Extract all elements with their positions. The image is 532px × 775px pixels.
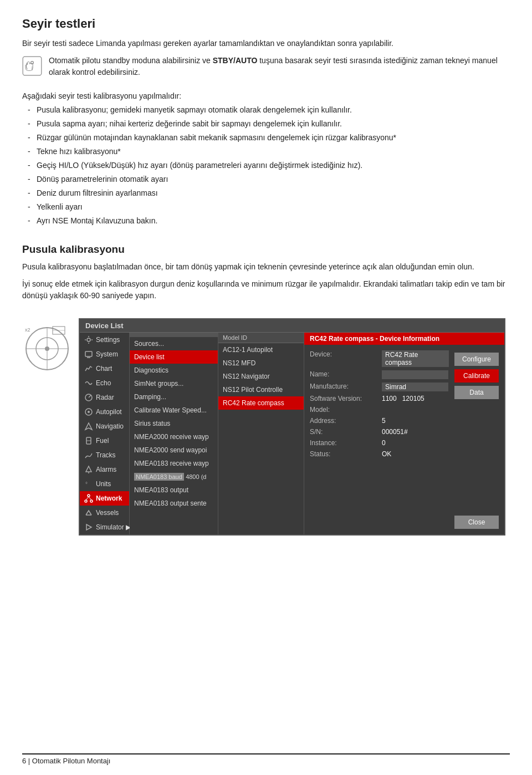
- submenu-item-simnet[interactable]: SimNet groups...: [130, 377, 218, 390]
- info-value-address: 5: [382, 417, 386, 425]
- submenu-item-nmea0183-recv[interactable]: NMEA0183 receive wayp: [130, 457, 218, 470]
- info-label: Device:: [310, 350, 382, 367]
- echo-icon: [84, 379, 93, 387]
- vessels-icon: [84, 508, 93, 517]
- note-text: Otomatik pilotu standby moduna alabilirs…: [49, 55, 510, 78]
- info-value-device: RC42 Rate compass: [382, 350, 449, 367]
- sidebar-item-navigation[interactable]: Navigatio: [80, 419, 129, 434]
- info-row-status: Status: OK: [310, 450, 449, 458]
- info-row-sw: Software Version: 1100 120105: [310, 395, 449, 402]
- submenu-item-nmea2000-recv[interactable]: NMEA2000 receive wayp: [130, 430, 218, 443]
- device-item-rc42[interactable]: RC42 Rate compass: [218, 396, 304, 410]
- submenu-item-nmea2000-send[interactable]: NMEA2000 send waypoi: [130, 443, 218, 457]
- svg-text:°: °: [85, 481, 88, 487]
- data-button[interactable]: Data: [454, 386, 499, 399]
- page-footer: 6 | Otomatik Pilotun Montajı: [22, 753, 510, 765]
- list-item: Deniz durum filtresinin ayarlanması: [28, 187, 510, 199]
- sidebar-item-network[interactable]: Network: [80, 491, 129, 506]
- list-item: Pusula kalibrasyonu; gemideki manyetik s…: [28, 104, 510, 116]
- list-item: Yelkenli ayarı: [28, 201, 510, 213]
- info-label: Manufacture:: [310, 383, 382, 391]
- sidebar-item-chart[interactable]: Chart: [80, 361, 129, 376]
- settings-icon: [84, 335, 93, 344]
- device-list-header: Model ID: [218, 333, 304, 343]
- list-item: Rüzgar gülünün motajından kaynaklanan sa…: [28, 132, 510, 144]
- intro-para-1: Bir seyir testi sadece Limanda yapılması…: [22, 38, 510, 49]
- sidebar-item-fuel[interactable]: Fuel: [80, 434, 129, 448]
- section2-title: Pusula kalibrasyonu: [22, 243, 510, 256]
- alarms-icon: [84, 465, 93, 474]
- submenu-item-sources[interactable]: Sources...: [130, 337, 218, 350]
- device-item-ns12pilot[interactable]: NS12 Pilot Controlle: [218, 383, 304, 396]
- radar-icon: [84, 393, 93, 402]
- device-list: Model ID AC12-1 Autopilot NS12 MFD NS12 …: [218, 333, 304, 534]
- sidebar-item-alarms[interactable]: Alarms: [80, 462, 129, 477]
- info-row-instance: Instance: 0: [310, 439, 449, 447]
- fuel-icon: [84, 436, 93, 445]
- close-button[interactable]: Close: [454, 516, 499, 529]
- submenu-item-damping[interactable]: Damping...: [130, 390, 218, 404]
- sidebar-label: Alarms: [96, 466, 116, 473]
- device-item-ac12[interactable]: AC12-1 Autopilot: [218, 343, 304, 356]
- chart-icon: [84, 364, 93, 373]
- svg-point-20: [88, 472, 89, 473]
- device-info-panel: RC42 Rate compass - Device Information D…: [304, 333, 504, 534]
- sidebar-item-echo[interactable]: Echo: [80, 376, 129, 390]
- sidebar-item-radar[interactable]: Radar: [80, 390, 129, 405]
- submenu-item-sirius[interactable]: Sirius status: [130, 417, 218, 430]
- section2-para2: İyi sonuç elde etmek için kalibrasyon du…: [22, 278, 510, 302]
- right-panels: Model ID AC12-1 Autopilot NS12 MFD NS12 …: [218, 333, 504, 534]
- tracks-icon: [84, 451, 93, 460]
- sidebar-label: Chart: [96, 365, 112, 373]
- sidebar-item-vessels[interactable]: Vessels: [80, 506, 129, 520]
- info-label: Status:: [310, 450, 382, 458]
- submenu-item-nmea0183-baud[interactable]: NMEA0183 baud 4800 (d: [130, 470, 218, 483]
- submenu-panel-title: [130, 333, 218, 337]
- configure-button[interactable]: Configure: [454, 353, 499, 366]
- sidebar-item-tracks[interactable]: Tracks: [80, 448, 129, 462]
- device-and-info: Model ID AC12-1 Autopilot NS12 MFD NS12 …: [218, 333, 504, 534]
- svg-line-15: [89, 395, 91, 397]
- device-info-title: RC42 Rate compass - Device Information: [304, 333, 504, 345]
- svg-point-24: [90, 500, 93, 502]
- sidebar-item-autopilot[interactable]: Autopilot: [80, 405, 129, 419]
- device-info-content: Device: RC42 Rate compass Name: Manufact…: [304, 345, 504, 534]
- list-item: Ayrı NSE Montaj Kılavuzuna bakın.: [28, 215, 510, 227]
- list-item: Geçiş HI/LO (Yüksek/Düşük) hız ayarı (dö…: [28, 160, 510, 171]
- network-icon: [84, 494, 93, 503]
- info-row-sn: S/N: 000051#: [310, 428, 449, 436]
- submenu-item-diagnostics[interactable]: Diagnostics: [130, 364, 218, 377]
- device-item-ns12nav[interactable]: NS12 Navigator: [218, 370, 304, 383]
- list-intro: Aşağıdaki seyir testi kalibrasyonu yapıl…: [22, 90, 510, 102]
- info-label: Model:: [310, 406, 382, 414]
- list-item: Pusula sapma ayarı; nihai kerteriz değer…: [28, 118, 510, 130]
- submenu-panel: Sources... Device list Diagnostics SimNe…: [130, 333, 218, 534]
- note-content: Otomatik pilotu standby moduna alabilirs…: [49, 56, 498, 77]
- submenu-item-calibrate-water[interactable]: Calibrate Water Speed...: [130, 404, 218, 417]
- sidebar-item-settings[interactable]: Settings: [80, 333, 129, 347]
- info-row-name: Name:: [310, 370, 449, 379]
- note-box: i Otomatik pilotu standby moduna alabili…: [22, 55, 510, 84]
- ui-panel: Device List Settings System Chart: [79, 318, 505, 536]
- sidebar-item-units[interactable]: ° Units: [80, 477, 129, 491]
- sidebar-item-simulator[interactable]: Simulator ▶: [80, 520, 129, 534]
- svg-line-25: [86, 497, 89, 500]
- list-item: Tekne hızı kalibrasyonu*: [28, 146, 510, 157]
- info-label: Software Version:: [310, 395, 382, 402]
- navigation-icon: [84, 422, 93, 431]
- sidebar-label: Network: [96, 494, 122, 502]
- device-item-ns12mfd[interactable]: NS12 MFD: [218, 356, 304, 370]
- sidebar-item-system[interactable]: System: [80, 347, 129, 361]
- info-row-model: Model:: [310, 406, 449, 414]
- svg-point-23: [85, 500, 87, 502]
- submenu-item-nmea0183-output[interactable]: NMEA0183 output: [130, 483, 218, 497]
- list-section: Aşağıdaki seyir testi kalibrasyonu yapıl…: [22, 90, 510, 227]
- svg-text:x2: x2: [25, 327, 30, 333]
- info-value-status: OK: [382, 450, 391, 458]
- submenu-item-devicelist[interactable]: Device list: [130, 350, 218, 364]
- sidebar-label: Autopilot: [96, 408, 122, 416]
- calibrate-button[interactable]: Calibrate: [454, 369, 499, 383]
- info-value-sw: 1100 120105: [382, 395, 424, 402]
- svg-marker-28: [86, 524, 91, 530]
- submenu-item-nmea0183-output-sente[interactable]: NMEA0183 output sente: [130, 497, 218, 510]
